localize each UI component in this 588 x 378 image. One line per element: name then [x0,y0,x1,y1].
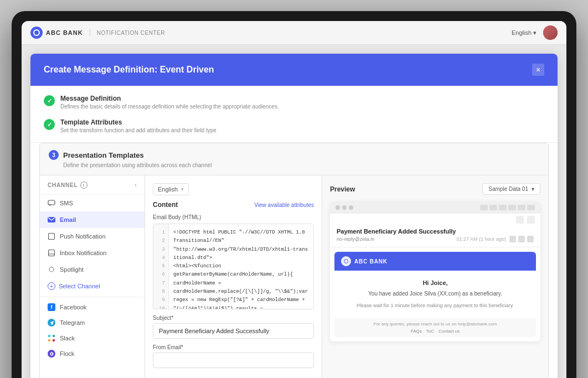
slack-label: Slack [60,335,75,341]
email-card-body: Hi Joice, You have added Joice Silva (XX… [334,271,536,318]
email-bank-name: ABC BANK [354,258,388,265]
bank-name: ABC BANK [46,29,83,36]
preview-header: Preview Sample Data 01 ▾ [330,183,540,195]
from-email-input[interactable] [153,353,314,368]
toolbar-dot-2 [342,205,347,210]
presentation-body: CHANNEL i ‹ [40,175,548,378]
social-channels-section: f Facebook Telegram [40,297,145,364]
email-toolbar [330,201,540,214]
content-title: Content [153,201,178,209]
email-note: Please wait for 1 minute before making a… [343,302,527,309]
divider [90,29,90,37]
action-icon-1 [480,205,488,210]
step-title-2: Template Attributes [60,118,216,126]
email-action-row [330,214,540,224]
section-label: NOTIFICATION CENTER [97,30,165,36]
sidebar-item-push-notification[interactable]: Push Notification [40,228,145,245]
sample-data-dropdown[interactable]: Sample Data 01 ▾ [482,183,540,195]
subject-label: Subject* [153,315,314,321]
modal-header: Create Message Definition: Event Driven … [30,54,558,86]
code-lines: 1234567891011 <!DOCTYPE html PUBLIC "-//… [153,224,313,309]
logo-icon [30,27,43,39]
flock-icon [48,350,55,358]
svg-rect-9 [48,339,50,341]
sidebar-item-facebook[interactable]: f Facebook [40,299,145,315]
subject-input[interactable] [153,323,314,339]
step-template-attributes: Template Attributes Set the transform fu… [44,118,544,133]
language-dropdown[interactable]: English ▾ [153,183,189,195]
avatar[interactable] [543,25,558,40]
footer-link-faqs: FAQs [411,329,422,334]
email-label: Email [60,216,76,223]
sidebar-item-sms[interactable]: SMS [40,195,145,211]
email-icon-small-2 [518,236,525,242]
email-footer-text: For any queries, please reach out to us … [341,322,529,327]
editor-top-row: English ▾ [153,183,314,195]
spotlight-label: Spotlight [60,266,84,273]
sample-data-arrow-icon: ▾ [532,186,534,192]
language-label: English [512,29,532,36]
from-email-field-group: From Email* [153,344,314,368]
content-editor-area: English ▾ Content View available attribu… [145,175,322,378]
action-icon-4 [508,205,516,210]
sidebar-item-spotlight[interactable]: Spotlight [40,261,145,278]
telegram-icon [48,319,55,327]
step-title: Message Definition [60,95,279,102]
email-message: You have added Joice Silva (XX.com) as a… [343,289,527,298]
action-icon-6 [527,205,535,210]
reply-icon [516,216,524,224]
sidebar-item-telegram[interactable]: Telegram [40,315,145,330]
sidebar-item-inbox-notification[interactable]: Inbox Notification [40,245,145,261]
email-icons [509,236,534,242]
email-icon-small-1 [509,236,516,242]
subject-field-group: Subject* [153,315,314,339]
spotlight-icon [48,266,55,273]
presentation-subtitle: Define the presentation using attributes… [63,162,539,168]
svg-rect-8 [53,335,55,337]
topbar: ABC BANK NOTIFICATION CENTER English ▾ [22,21,566,45]
email-body-label: Email Body (HTML) [153,214,314,220]
sidebar-item-email[interactable]: Email [40,211,145,228]
topbar-right: English ▾ [512,25,558,40]
flock-label: Flock [60,350,74,357]
svg-rect-3 [49,250,55,256]
presentation-section: 3 Presentation Templates Define the pres… [39,143,549,378]
main-content: Create Message Definition: Event Driven … [22,45,566,378]
close-button[interactable]: × [532,64,544,76]
modal: Create Message Definition: Event Driven … [30,54,558,378]
telegram-label: Telegram [60,319,85,326]
forward-icon [527,216,535,224]
svg-rect-7 [48,335,50,337]
sidebar-item-flock[interactable]: Flock [40,346,145,361]
email-card-footer: For any queries, please reach out to us … [334,318,536,337]
info-icon: i [80,182,87,189]
push-notification-label: Push Notification [60,233,106,240]
select-channel-button[interactable]: + Select Channel [40,278,145,294]
close-icon: × [536,65,540,74]
facebook-icon: f [48,303,55,311]
toolbar-dot-3 [349,205,353,210]
steps-section: Message Definition Defines the basic det… [30,86,558,143]
plus-circle-icon: + [48,282,55,290]
preview-area: Preview Sample Data 01 ▾ [322,175,548,378]
collapse-button[interactable]: ‹ [135,181,137,189]
code-content[interactable]: <!DOCTYPE html PUBLIC "-//W3C//DTD XHTML… [169,224,313,309]
channel-sidebar: CHANNEL i ‹ [40,175,145,378]
svg-point-5 [49,267,54,272]
code-editor[interactable]: 1234567891011 <!DOCTYPE html PUBLIC "-//… [153,224,314,309]
email-preview-actions [480,205,535,210]
push-notification-icon [48,232,55,240]
action-icon-2 [489,205,497,210]
sidebar-item-slack[interactable]: Slack [40,330,145,346]
step-number: 3 [49,150,59,160]
email-card: ABC BANK Hi Joice, You have added Joice … [334,252,536,337]
footer-links: FAQs ToC Contact us [341,329,529,334]
screen: ABC BANK NOTIFICATION CENTER English ▾ [22,21,566,378]
view-attributes-link[interactable]: View available attributes [254,202,314,208]
email-greeting: Hi Joice, [343,279,527,286]
modal-title: Create Message Definition: Event Driven [44,65,214,75]
facebook-label: Facebook [60,304,86,310]
svg-point-12 [51,353,53,355]
avatar-image [543,25,558,40]
language-selector[interactable]: English ▾ [512,29,537,37]
